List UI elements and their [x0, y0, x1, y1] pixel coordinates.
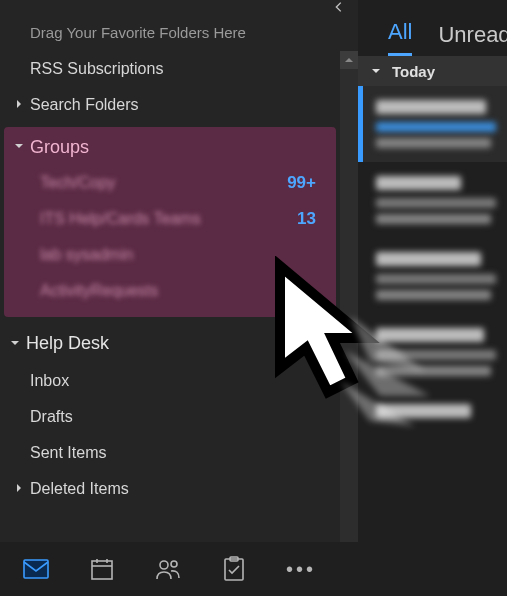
- tab-all[interactable]: All: [388, 19, 412, 56]
- helpdesk-label: Help Desk: [26, 333, 109, 354]
- message-subject: [376, 122, 496, 132]
- group-item-label: ActivityRequests: [40, 282, 316, 300]
- favorites-drop-hint: Drag Your Favorite Folders Here: [0, 18, 358, 51]
- chevron-down-icon: [370, 63, 382, 80]
- folder-sidebar: Drag Your Favorite Folders Here RSS Subs…: [0, 0, 358, 596]
- chevron-down-icon: [12, 138, 26, 156]
- date-group-label: Today: [392, 63, 435, 80]
- group-item[interactable]: ActivityRequests: [4, 273, 336, 309]
- folder-rss-subscriptions[interactable]: RSS Subscriptions: [0, 51, 340, 87]
- folder-label: Sent Items: [30, 444, 106, 462]
- people-icon[interactable]: [154, 555, 182, 583]
- message-preview: [376, 290, 491, 300]
- folder-inbox[interactable]: Inbox: [0, 363, 340, 399]
- group-item-count: 99+: [287, 173, 316, 193]
- groups-section: Groups Tech/Copy 99+ ITS Help/Cards Team…: [4, 127, 336, 317]
- svg-rect-1: [92, 561, 112, 579]
- message-preview: [376, 138, 491, 148]
- nav-bar: •••: [0, 542, 358, 596]
- calendar-icon[interactable]: [88, 555, 116, 583]
- message-list: [358, 86, 507, 596]
- tab-unread[interactable]: Unread: [438, 22, 507, 56]
- scroll-up-icon[interactable]: [340, 51, 358, 69]
- group-item[interactable]: lab sysadmin: [4, 237, 336, 273]
- svg-point-8: [160, 561, 168, 569]
- group-item[interactable]: Tech/Copy 99+: [4, 165, 336, 201]
- svg-point-9: [171, 561, 177, 567]
- mail-icon[interactable]: [22, 555, 50, 583]
- groups-header[interactable]: Groups: [4, 129, 336, 165]
- folder-label: RSS Subscriptions: [30, 60, 163, 78]
- message-sender: [376, 404, 471, 418]
- group-item-count: 13: [297, 209, 316, 229]
- message-item[interactable]: [358, 162, 507, 238]
- message-item[interactable]: [358, 390, 507, 440]
- message-preview: [376, 366, 491, 376]
- message-subject: [376, 198, 496, 208]
- folder-tree: RSS Subscriptions Search Folders Groups …: [0, 51, 358, 596]
- message-item[interactable]: [358, 314, 507, 390]
- group-item-label: Tech/Copy: [40, 174, 287, 192]
- more-icon[interactable]: •••: [286, 558, 316, 581]
- folder-label: Search Folders: [30, 96, 139, 114]
- date-group-header[interactable]: Today: [358, 56, 507, 86]
- message-preview: [376, 214, 491, 224]
- collapse-sidebar-icon[interactable]: [332, 0, 346, 18]
- message-item[interactable]: [358, 238, 507, 314]
- folder-search-folders[interactable]: Search Folders: [0, 87, 340, 123]
- filter-tabs: All Unread: [358, 0, 507, 56]
- message-item[interactable]: [358, 86, 507, 162]
- svg-rect-10: [225, 559, 243, 580]
- message-sender: [376, 176, 461, 190]
- message-sender: [376, 100, 486, 114]
- folder-label: Inbox: [30, 372, 69, 390]
- groups-label: Groups: [30, 137, 89, 158]
- group-item[interactable]: ITS Help/Cards Teams 13: [4, 201, 336, 237]
- folder-label: Deleted Items: [30, 480, 129, 498]
- message-sender: [376, 328, 484, 342]
- message-pane: All Unread Today: [358, 0, 507, 596]
- folder-label: Drafts: [30, 408, 73, 426]
- chevron-down-icon: [8, 333, 22, 354]
- helpdesk-header[interactable]: Help Desk: [0, 323, 340, 363]
- folder-sent-items[interactable]: Sent Items: [0, 435, 340, 471]
- chevron-right-icon: [12, 96, 26, 114]
- sidebar-scrollbar[interactable]: [340, 51, 358, 596]
- chevron-right-icon: [12, 480, 26, 498]
- folder-deleted-items[interactable]: Deleted Items: [0, 471, 340, 507]
- tasks-icon[interactable]: [220, 555, 248, 583]
- message-subject: [376, 274, 496, 284]
- group-item-label: ITS Help/Cards Teams: [40, 210, 297, 228]
- message-sender: [376, 252, 481, 266]
- folder-drafts[interactable]: Drafts: [0, 399, 340, 435]
- group-item-label: lab sysadmin: [40, 246, 316, 264]
- message-subject: [376, 350, 496, 360]
